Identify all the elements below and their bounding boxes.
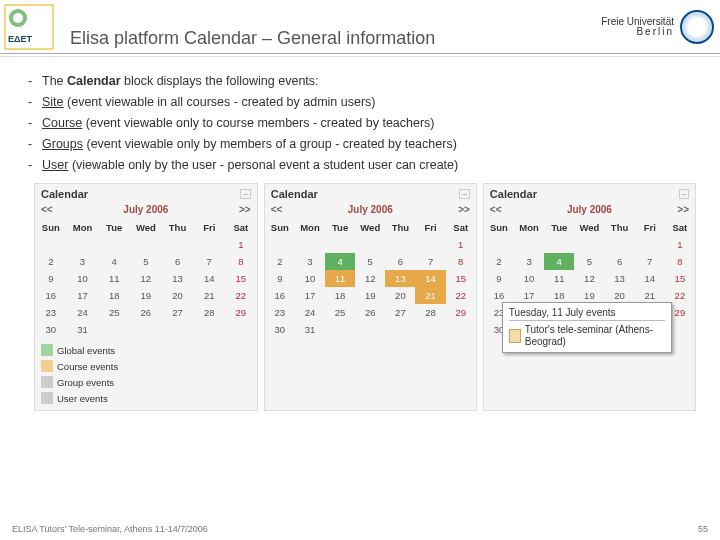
day-cell[interactable]: 6 (604, 253, 634, 270)
day-cell[interactable]: 28 (415, 304, 445, 321)
day-cell[interactable]: 12 (130, 270, 162, 287)
day-cell[interactable]: 4 (544, 253, 574, 270)
day-cell[interactable]: 23 (265, 304, 295, 321)
day-cell[interactable]: 5 (130, 253, 162, 270)
day-cell[interactable]: 19 (355, 287, 385, 304)
day-cell[interactable]: 2 (35, 253, 67, 270)
day-cell[interactable]: 22 (446, 287, 476, 304)
day-cell[interactable]: 31 (67, 321, 99, 338)
day-cell[interactable]: 27 (162, 304, 194, 321)
day-cell[interactable]: 27 (385, 304, 415, 321)
day-cell[interactable]: 9 (265, 270, 295, 287)
day-cell[interactable]: 1 (665, 236, 695, 253)
day-cell[interactable]: 25 (325, 304, 355, 321)
day-cell[interactable]: 10 (514, 270, 544, 287)
next-month-button[interactable]: >> (677, 204, 689, 215)
day-cell[interactable]: 18 (98, 287, 130, 304)
day-cell[interactable]: 13 (604, 270, 634, 287)
day-cell[interactable]: 12 (574, 270, 604, 287)
day-cell[interactable]: 28 (193, 304, 225, 321)
day-cell[interactable]: 30 (35, 321, 67, 338)
day-cell[interactable]: 23 (35, 304, 67, 321)
minimize-icon[interactable]: – (459, 189, 469, 199)
day-cell[interactable]: 14 (415, 270, 445, 287)
dow-header: Fri (415, 219, 445, 236)
prev-month-button[interactable]: << (490, 204, 502, 215)
day-cell[interactable]: 26 (130, 304, 162, 321)
day-cell[interactable]: 26 (355, 304, 385, 321)
day-cell[interactable]: 19 (130, 287, 162, 304)
day-cell[interactable]: 3 (67, 253, 99, 270)
minimize-icon[interactable]: – (679, 189, 689, 199)
day-cell[interactable]: 8 (225, 253, 257, 270)
day-cell[interactable]: 11 (544, 270, 574, 287)
day-cell[interactable]: 13 (162, 270, 194, 287)
day-cell[interactable]: 7 (635, 253, 665, 270)
day-cell[interactable]: 24 (295, 304, 325, 321)
day-cell[interactable]: 29 (225, 304, 257, 321)
month-label[interactable]: July 2006 (348, 204, 393, 215)
day-cell[interactable]: 24 (67, 304, 99, 321)
day-cell[interactable]: 9 (35, 270, 67, 287)
day-cell[interactable]: 15 (225, 270, 257, 287)
prev-month-button[interactable]: << (271, 204, 283, 215)
day-cell[interactable]: 3 (514, 253, 544, 270)
day-cell[interactable]: 30 (265, 321, 295, 338)
month-label[interactable]: July 2006 (567, 204, 612, 215)
day-cell[interactable]: 18 (325, 287, 355, 304)
day-cell[interactable]: 14 (193, 270, 225, 287)
day-cell[interactable]: 31 (295, 321, 325, 338)
day-cell[interactable]: 1 (225, 236, 257, 253)
day-cell[interactable]: 6 (162, 253, 194, 270)
next-month-button[interactable]: >> (239, 204, 251, 215)
day-cell[interactable]: 16 (265, 287, 295, 304)
day-cell[interactable]: 9 (484, 270, 514, 287)
dow-header: Wed (355, 219, 385, 236)
day-cell[interactable]: 13 (385, 270, 415, 287)
month-label[interactable]: July 2006 (123, 204, 168, 215)
dow-header: Mon (67, 219, 99, 236)
day-cell[interactable]: 16 (35, 287, 67, 304)
day-cell[interactable]: 7 (193, 253, 225, 270)
day-cell[interactable]: 17 (67, 287, 99, 304)
day-cell[interactable]: 17 (295, 287, 325, 304)
day-cell[interactable]: 10 (67, 270, 99, 287)
day-cell[interactable]: 21 (415, 287, 445, 304)
day-cell[interactable]: 12 (355, 270, 385, 287)
dow-header: Wed (130, 219, 162, 236)
day-cell[interactable]: 5 (574, 253, 604, 270)
minimize-icon[interactable]: – (240, 189, 250, 199)
day-cell[interactable]: 5 (355, 253, 385, 270)
calendar-row: Calendar–<<July 2006>>SunMonTueWedThuFri… (28, 183, 702, 411)
day-cell[interactable]: 4 (325, 253, 355, 270)
day-cell[interactable]: 8 (665, 253, 695, 270)
day-cell (544, 236, 574, 253)
day-cell[interactable]: 11 (98, 270, 130, 287)
day-cell[interactable]: 29 (446, 304, 476, 321)
day-cell[interactable]: 15 (665, 270, 695, 287)
day-cell[interactable]: 1 (446, 236, 476, 253)
day-cell[interactable]: 21 (193, 287, 225, 304)
prev-month-button[interactable]: << (41, 204, 53, 215)
day-cell[interactable]: 15 (446, 270, 476, 287)
day-cell[interactable]: 3 (295, 253, 325, 270)
day-cell[interactable]: 10 (295, 270, 325, 287)
tooltip-event-text[interactable]: Tutor's tele-seminar (Athens-Beograd) (525, 324, 665, 348)
day-cell[interactable]: 8 (446, 253, 476, 270)
day-cell[interactable]: 6 (385, 253, 415, 270)
day-cell[interactable]: 20 (385, 287, 415, 304)
day-cell[interactable]: 2 (484, 253, 514, 270)
day-cell (635, 236, 665, 253)
day-cell[interactable]: 22 (225, 287, 257, 304)
next-month-button[interactable]: >> (458, 204, 470, 215)
day-cell[interactable]: 2 (265, 253, 295, 270)
calendar-widget: Calendar–<<July 2006>>SunMonTueWedThuFri… (34, 183, 258, 411)
day-cell[interactable]: 25 (98, 304, 130, 321)
day-cell[interactable]: 4 (98, 253, 130, 270)
day-cell[interactable]: 11 (325, 270, 355, 287)
day-cell[interactable]: 7 (415, 253, 445, 270)
day-cell[interactable]: 20 (162, 287, 194, 304)
day-cell[interactable]: 14 (635, 270, 665, 287)
calendar-title: Calendar (41, 188, 88, 200)
grnet-logo: ΕΔΕΤ (4, 4, 54, 50)
